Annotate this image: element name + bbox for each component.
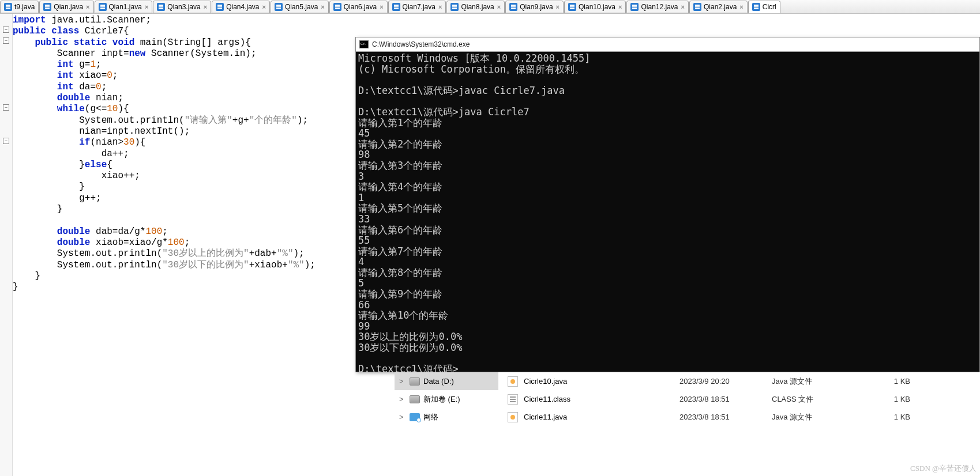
- class-file-icon: [508, 394, 518, 405]
- tab-label: Cicrl: [763, 3, 776, 11]
- tab-label: Qian5.java: [285, 3, 318, 11]
- close-icon[interactable]: ×: [618, 3, 622, 10]
- java-file-icon: [568, 3, 576, 11]
- java-file-icon: [508, 412, 518, 422]
- tree-item-label: 网络: [423, 412, 438, 422]
- tab-label: Qian1.java: [109, 3, 142, 11]
- watermark: CSDN @辛苦还债人: [910, 463, 977, 474]
- editor-tab[interactable]: Qian1.java×: [95, 1, 153, 13]
- java-file-icon: [275, 3, 283, 11]
- close-icon[interactable]: ×: [321, 3, 324, 10]
- editor-tab[interactable]: Qian4.java×: [212, 1, 270, 13]
- java-file-icon: [450, 3, 459, 11]
- close-icon[interactable]: ×: [145, 3, 148, 10]
- file-date: 2023/3/8 18:51: [679, 413, 772, 421]
- tab-label: Qian3.java: [167, 3, 200, 11]
- code-content[interactable]: import java.util.Scanner; public class C…: [13, 15, 316, 293]
- file-name: Cicrle10.java: [524, 377, 679, 386]
- tree-item-label: 新加卷 (E:): [423, 394, 460, 405]
- file-name: Cicrle11.java: [524, 413, 679, 421]
- editor-tab[interactable]: Cicrl: [748, 1, 780, 13]
- java-file-icon: [157, 3, 165, 11]
- terminal-output[interactable]: Microsoft Windows [版本 10.0.22000.1455] (…: [356, 52, 979, 376]
- terminal-window: C:\Windows\System32\cmd.exe Microsoft Wi…: [355, 37, 980, 372]
- drive-icon: [410, 377, 420, 386]
- file-size: 1 KB: [876, 377, 910, 386]
- chevron-right-icon[interactable]: >: [399, 413, 405, 421]
- close-icon[interactable]: ×: [438, 3, 442, 10]
- editor-tab[interactable]: t9.java: [0, 1, 39, 13]
- tab-label: Qian8.java: [461, 3, 494, 11]
- fold-gutter: [0, 14, 13, 476]
- close-icon[interactable]: ×: [86, 3, 89, 10]
- java-file-icon: [508, 376, 518, 387]
- editor-tab[interactable]: Qian9.java×: [505, 1, 564, 13]
- java-file-icon: [333, 3, 341, 11]
- editor-tab[interactable]: Qian6.java×: [329, 1, 388, 13]
- close-icon[interactable]: ×: [739, 3, 743, 10]
- java-file-icon: [216, 3, 224, 11]
- file-name: Cicrle11.class: [524, 395, 679, 403]
- terminal-title-bar[interactable]: C:\Windows\System32\cmd.exe: [356, 37, 979, 52]
- file-size: 1 KB: [876, 395, 910, 403]
- file-row[interactable]: Cicrle11.class2023/3/8 18:51CLASS 文件1 KB: [504, 390, 980, 408]
- close-icon[interactable]: ×: [681, 3, 685, 10]
- editor-tab[interactable]: Qian3.java×: [153, 1, 211, 13]
- editor-tab[interactable]: Qian12.java×: [626, 1, 688, 13]
- file-size: 1 KB: [876, 413, 910, 421]
- file-type: Java 源文件: [772, 412, 876, 422]
- tree-item[interactable]: >网络: [395, 408, 498, 426]
- editor-tab[interactable]: Qian.java×: [39, 1, 93, 13]
- close-icon[interactable]: ×: [380, 3, 383, 10]
- chevron-right-icon[interactable]: >: [399, 395, 405, 403]
- java-file-icon: [4, 3, 12, 11]
- fold-toggle-icon[interactable]: [3, 27, 9, 33]
- editor-tab[interactable]: Qian8.java×: [446, 1, 505, 13]
- java-file-icon: [392, 3, 400, 11]
- explorer-tree: >Data (D:)>新加卷 (E:)>网络: [395, 372, 498, 476]
- tab-label: Qian2.java: [704, 3, 737, 11]
- file-date: 2023/3/9 20:20: [679, 377, 772, 386]
- terminal-title: C:\Windows\System32\cmd.exe: [372, 40, 470, 48]
- cmd-icon: [359, 40, 369, 48]
- editor-tab[interactable]: Qian2.java×: [689, 1, 748, 13]
- chevron-right-icon[interactable]: >: [399, 377, 405, 386]
- file-type: CLASS 文件: [772, 394, 876, 405]
- close-icon[interactable]: ×: [262, 3, 266, 10]
- tab-label: Qian10.java: [579, 3, 615, 11]
- editor-tab[interactable]: Qian5.java×: [271, 1, 329, 13]
- editor-tab[interactable]: Qian10.java×: [564, 1, 626, 13]
- tab-label: Qian4.java: [226, 3, 259, 11]
- java-file-icon: [630, 3, 639, 11]
- java-file-icon: [752, 3, 760, 11]
- file-type: Java 源文件: [772, 376, 876, 387]
- file-row[interactable]: Cicrle11.java2023/3/8 18:51Java 源文件1 KB: [504, 408, 980, 426]
- file-date: 2023/3/8 18:51: [679, 395, 772, 403]
- java-file-icon: [509, 3, 517, 11]
- editor-tab[interactable]: Qian7.java×: [388, 1, 446, 13]
- network-icon: [410, 413, 420, 421]
- tab-label: Qian12.java: [641, 3, 678, 11]
- close-icon[interactable]: ×: [497, 3, 501, 10]
- tab-label: Qian6.java: [344, 3, 377, 11]
- java-file-icon: [99, 3, 107, 11]
- java-file-icon: [43, 3, 51, 11]
- tree-item[interactable]: >新加卷 (E:): [395, 390, 498, 408]
- drive-icon: [410, 395, 420, 403]
- tree-item[interactable]: >Data (D:): [395, 372, 498, 390]
- fold-toggle-icon[interactable]: [3, 104, 9, 111]
- explorer-file-list: Cicrle10.java2023/3/9 20:20Java 源文件1 KBC…: [504, 372, 980, 476]
- tree-item-label: Data (D:): [423, 377, 454, 386]
- tab-label: t9.java: [14, 3, 35, 11]
- file-explorer: >Data (D:)>新加卷 (E:)>网络 Cicrle10.java2023…: [395, 372, 980, 476]
- close-icon[interactable]: ×: [204, 3, 207, 10]
- tab-label: Qian9.java: [520, 3, 553, 11]
- fold-toggle-icon[interactable]: [3, 138, 9, 144]
- java-file-icon: [693, 3, 701, 11]
- file-row[interactable]: Cicrle10.java2023/3/9 20:20Java 源文件1 KB: [504, 372, 980, 390]
- fold-toggle-icon[interactable]: [3, 37, 9, 44]
- editor-tab-bar: t9.javaQian.java×Qian1.java×Qian3.java×Q…: [0, 0, 980, 14]
- tab-label: Qian7.java: [403, 3, 435, 11]
- tab-label: Qian.java: [54, 3, 83, 11]
- close-icon[interactable]: ×: [556, 3, 560, 10]
